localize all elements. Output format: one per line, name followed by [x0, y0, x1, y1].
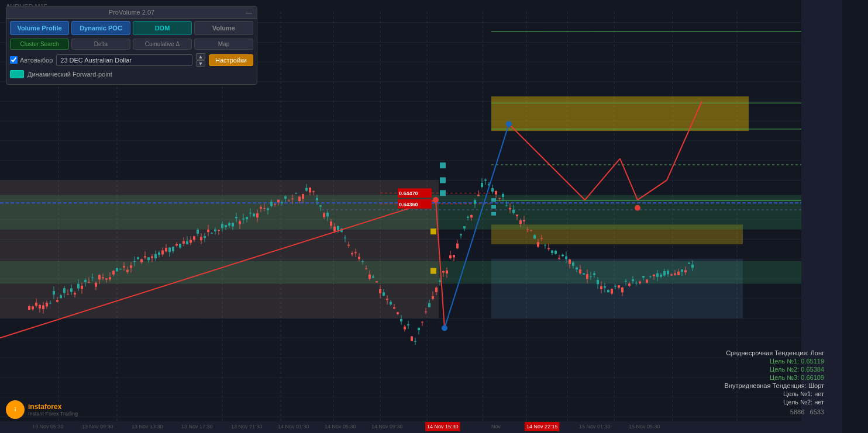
intra-t1-label: Цель №1: нет [725, 390, 824, 398]
vol-label: 5886 [790, 408, 804, 415]
autovybor-checkbox-container: Автовыбор [10, 56, 53, 64]
spinner-container: ▲ ▼ [196, 53, 205, 67]
dom-btn[interactable]: DOM [133, 21, 192, 35]
spinner-down[interactable]: ▼ [196, 60, 205, 67]
settings-btn[interactable]: Настройки [209, 54, 253, 66]
panel-title: ProVolume 2.07 — [6, 6, 257, 19]
logo-icon: i [6, 400, 25, 419]
delta-btn[interactable]: Delta [71, 39, 130, 50]
dynamic-poc-btn[interactable]: Dynamic POC [71, 21, 130, 35]
panel-row1: Volume Profile Dynamic POC DOM Volume [6, 19, 257, 37]
fwd-label: Динамический Forward-point [27, 71, 112, 78]
volume-btn[interactable]: Volume [194, 21, 253, 35]
vol2-label: 6533 [810, 408, 824, 415]
autovybor-label: Автовыбор [20, 57, 53, 64]
volume-profile-btn[interactable]: Volume Profile [10, 21, 69, 35]
target2-label: Цель №2: 0.65384 [725, 365, 824, 373]
info-panel: Среднесрочная Тенденция: Лонг Цель №1: 0… [725, 349, 824, 415]
panel-row2: Cluster Search Delta Cumulative Δ Map [6, 37, 257, 51]
instaforex-logo: i instaforex Instant Forex Trading [6, 400, 78, 419]
target1-label: Цель №1: 0.65119 [725, 357, 824, 365]
contract-dropdown[interactable]: 23 DEC Australian Dollar [56, 54, 192, 66]
fwd-row: Динамический Forward-point [6, 69, 257, 79]
intra-t2-label: Цель №2: нет [725, 398, 824, 406]
panel-close-btn[interactable]: — [154, 9, 252, 16]
cumulative-delta-btn[interactable]: Cumulative Δ [133, 39, 192, 50]
cluster-search-btn[interactable]: Cluster Search [10, 39, 69, 50]
fwd-color-box [10, 70, 24, 78]
panel-title-text: ProVolume 2.07 [109, 9, 154, 16]
target3-label: Цель №3: 0.66109 [725, 373, 824, 382]
trend-mid-label: Среднесрочная Тенденция: Лонг [725, 349, 824, 357]
logo-name: instaforex [28, 403, 78, 411]
spinner-up[interactable]: ▲ [196, 53, 205, 60]
trend-intra-label: Внутридневная Тенденция: Шорт [725, 382, 824, 390]
map-btn[interactable]: Map [194, 39, 253, 50]
logo-tagline: Instant Forex Trading [28, 411, 78, 417]
provolume-panel: ProVolume 2.07 — Volume Profile Dynamic … [6, 6, 257, 85]
panel-bottom-row: Автовыбор 23 DEC Australian Dollar ▲ ▼ Н… [6, 51, 257, 69]
autovybor-checkbox[interactable] [10, 56, 18, 64]
